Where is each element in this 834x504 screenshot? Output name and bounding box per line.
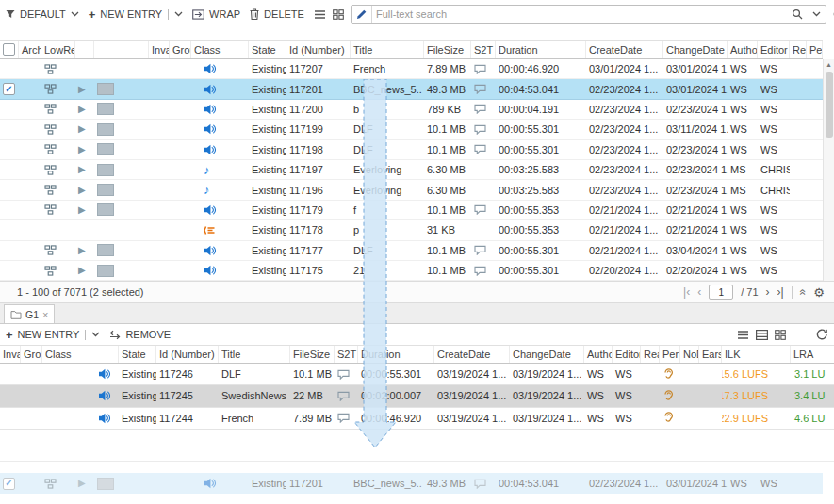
settings-gear-icon[interactable]: ⚙ [813, 285, 825, 300]
table-row[interactable]: ▶Existing117179f10.1 MB00:00:55.35302/21… [0, 201, 823, 220]
column-header[interactable]: Archi [19, 41, 41, 58]
play-cell[interactable]: ▶ [75, 201, 94, 219]
column-header[interactable]: Author [584, 346, 613, 363]
detail-view-button[interactable] [756, 330, 768, 340]
table-row[interactable]: ▶♪Existing117197Everloving6.30 MB00:03:2… [0, 160, 823, 180]
play-icon[interactable]: ▶ [78, 145, 86, 154]
table-row[interactable]: ✓▶Existing117201BBC_news_5..49.3 MB00:04… [0, 79, 823, 99]
column-header[interactable]: CreateDate [434, 346, 510, 363]
row-checkbox[interactable]: ✓ [3, 83, 15, 95]
column-header[interactable]: Inval [0, 346, 21, 363]
table-row[interactable]: Existing117207French7.89 MB00:00:46.9200… [0, 59, 823, 79]
column-header[interactable]: State [119, 346, 156, 363]
collapse-panel-button[interactable]: « [796, 289, 809, 296]
play-icon[interactable]: ▶ [78, 124, 86, 134]
checkbox-cell[interactable]: ✓ [0, 79, 19, 98]
column-header[interactable]: Perfe [807, 41, 823, 58]
table-row[interactable]: ✓▶Existing117201BBC_news_5..49.3 MB00:04… [0, 473, 823, 494]
column-header[interactable]: Duration [496, 41, 586, 58]
play-icon[interactable]: ▶ [78, 266, 86, 275]
column-header[interactable]: Title [219, 346, 290, 363]
grid-view-button[interactable] [775, 330, 786, 340]
column-header[interactable]: LRA [791, 346, 834, 363]
play-icon[interactable]: ▶ [78, 85, 86, 94]
table-row[interactable]: Existing117245SwedishNews22 MB00:02:00.0… [0, 385, 834, 407]
column-header[interactable]: State [249, 41, 286, 58]
prev-page-button[interactable]: ‹ [697, 285, 701, 299]
play-cell[interactable]: ▶ [75, 241, 94, 260]
column-header[interactable]: Editor [613, 346, 641, 363]
scrollbar-thumb[interactable] [826, 72, 833, 138]
column-header[interactable]: LowRes [41, 41, 75, 58]
refresh-button[interactable] [816, 329, 828, 340]
column-header[interactable]: Id (Number) [286, 41, 351, 58]
table-row[interactable]: ▶Existing1171752110.1 MB00:00:55.30102/2… [0, 261, 823, 281]
search-options-chevron[interactable] [808, 6, 826, 23]
play-cell[interactable]: ▶ [75, 140, 94, 159]
table-row[interactable]: ▶Existing117200b789 KB00:00:04.19102/23/… [0, 100, 823, 120]
column-header[interactable] [75, 41, 94, 58]
collection-new-entry-button[interactable]: + NEW ENTRY [6, 329, 100, 341]
play-icon[interactable]: ▶ [78, 165, 86, 174]
checkbox-cell[interactable]: ✓ [0, 473, 19, 494]
remove-button[interactable]: REMOVE [109, 329, 171, 340]
play-icon[interactable]: ▶ [78, 105, 86, 114]
column-header[interactable]: CreateDate [586, 41, 663, 58]
column-header[interactable]: FileSize [290, 346, 335, 363]
table-row[interactable]: Existing117246DLF10.1 MB00:00:55.30103/1… [0, 364, 834, 385]
play-cell[interactable]: ▶ [75, 160, 94, 179]
column-header[interactable]: Class [42, 346, 119, 363]
table-row[interactable]: Existing117244French7.89 MB00:00:46.9200… [0, 408, 834, 430]
column-header[interactable]: Class [191, 41, 249, 58]
list-view-button[interactable] [314, 9, 326, 20]
column-header[interactable]: Grou [170, 41, 191, 58]
search-edit-toggle[interactable] [352, 6, 372, 23]
play-cell[interactable]: ▶ [75, 120, 94, 138]
column-header[interactable]: Inval [149, 41, 170, 58]
column-header[interactable]: Grou [21, 346, 42, 363]
filter-preset-button[interactable]: DEFAULT [6, 8, 79, 20]
play-cell[interactable]: ▶ [75, 473, 94, 494]
scroll-up-icon[interactable]: ▲ [826, 61, 832, 68]
last-page-button[interactable]: ›| [777, 285, 784, 299]
column-header[interactable]: S2T [335, 346, 358, 363]
column-header[interactable]: ChangeDate [663, 41, 728, 58]
table-row[interactable]: Existing117178p31 KB00:00:55.35302/21/20… [0, 220, 823, 240]
column-header[interactable]: NoDi [680, 346, 699, 363]
column-header[interactable]: ILK [722, 346, 791, 363]
select-all-checkbox[interactable] [3, 43, 15, 56]
vertical-scrollbar[interactable]: ▲ [823, 59, 834, 281]
wrap-button[interactable]: WRAP [192, 8, 240, 20]
play-cell[interactable]: ▶ [75, 79, 94, 98]
play-icon[interactable]: ▶ [78, 246, 86, 255]
close-tab-icon[interactable]: × [42, 309, 48, 320]
column-header[interactable] [94, 41, 149, 58]
play-cell[interactable]: ▶ [75, 261, 94, 280]
table-row[interactable]: ▶Existing117177DLF10.1 MB00:00:55.30102/… [0, 241, 823, 261]
list-view-button[interactable] [737, 330, 749, 340]
column-header[interactable]: Id (Number) [156, 346, 219, 363]
table-row[interactable]: ▶Existing117199DLF10.1 MB00:00:55.30102/… [0, 120, 823, 139]
column-header[interactable]: Duration [358, 346, 434, 363]
column-header[interactable]: Read [641, 346, 660, 363]
table-row[interactable]: ▶Existing117198DLF10.1 MB00:00:55.30102/… [0, 140, 823, 160]
column-header[interactable]: FileSize [424, 41, 471, 58]
delete-button[interactable]: DELETE [250, 8, 304, 20]
grid-view-button[interactable] [333, 9, 344, 20]
column-header[interactable] [0, 41, 19, 58]
next-page-button[interactable]: › [766, 285, 770, 299]
tab-g1[interactable]: G1 × [4, 304, 55, 323]
search-icon[interactable] [787, 6, 808, 23]
play-icon[interactable]: ▶ [78, 205, 86, 215]
table-row[interactable]: ▶♪Existing117196Everloving6.30 MB00:03:2… [0, 180, 823, 200]
search-input[interactable] [372, 7, 787, 22]
column-header[interactable]: S2T [471, 41, 496, 58]
column-header[interactable]: Editor [758, 41, 790, 58]
row-checkbox[interactable]: ✓ [3, 478, 15, 490]
new-entry-button[interactable]: + NEW ENTRY [89, 8, 183, 21]
column-header[interactable]: ChangeDate [510, 346, 584, 363]
play-icon[interactable]: ▶ [78, 186, 86, 195]
play-icon[interactable]: ▶ [78, 479, 86, 488]
column-header[interactable]: Perfe [660, 346, 680, 363]
page-number-input[interactable] [709, 285, 733, 300]
